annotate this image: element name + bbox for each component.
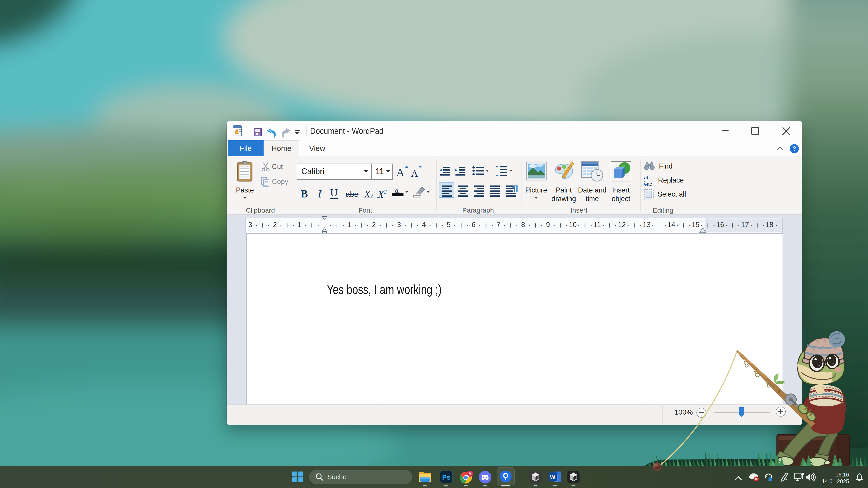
svg-text:ab: ab — [644, 175, 649, 181]
svg-text:M: M — [469, 472, 471, 476]
svg-text:ac: ac — [647, 181, 652, 187]
svg-text:W: W — [550, 474, 555, 480]
svg-text:Ps: Ps — [442, 474, 451, 481]
